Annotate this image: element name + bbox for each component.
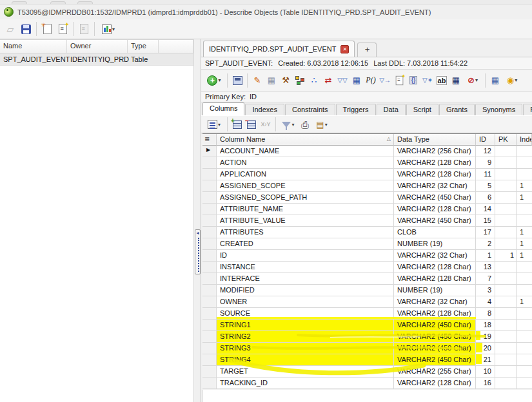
panel-splitter[interactable]: ◂ bbox=[193, 39, 201, 402]
cell-index[interactable]: 1 bbox=[517, 296, 532, 308]
drop-column-button[interactable] bbox=[244, 117, 259, 131]
cell-column-name[interactable]: TARGET bbox=[217, 366, 394, 378]
cell-index[interactable] bbox=[517, 308, 532, 320]
analyze-button[interactable] bbox=[293, 73, 307, 88]
tab-identityiq-prd-spt-audit-event[interactable]: IDENTITYIQ_PRD.SPT_AUDIT_EVENT ✕ bbox=[203, 41, 355, 57]
object-owner[interactable]: IDENTITYIQ_PRD bbox=[67, 53, 128, 65]
code-bucket-button[interactable]: {} bbox=[406, 73, 420, 88]
cell-pk[interactable] bbox=[495, 343, 517, 354]
cell-data-type[interactable]: VARCHAR2 (450 Char) bbox=[394, 331, 476, 343]
cell-column-name[interactable]: STRING2 bbox=[217, 331, 394, 343]
cell-id[interactable]: 19 bbox=[476, 331, 495, 343]
object-list-row[interactable]: SPT_AUDIT_EVENT IDENTITYIQ_PRD Table bbox=[0, 53, 193, 66]
cell-data-type[interactable]: VARCHAR2 (255 Char) bbox=[394, 366, 476, 378]
cell-data-type[interactable]: VARCHAR2 (450 Char) bbox=[394, 192, 476, 204]
rename-button[interactable]: ab bbox=[435, 73, 449, 88]
splitter-collapse-handle[interactable]: ◂ bbox=[195, 229, 201, 274]
disable-button[interactable]: ⊘▾ bbox=[463, 73, 482, 88]
cell-data-type[interactable]: VARCHAR2 (450 Char) bbox=[394, 215, 476, 227]
cell-index[interactable]: 1 bbox=[517, 180, 532, 192]
cell-pk[interactable] bbox=[495, 296, 517, 308]
subtab[interactable]: Grants bbox=[439, 104, 475, 115]
cell-data-type[interactable]: VARCHAR2 (32 Char) bbox=[394, 180, 476, 192]
cell-data-type[interactable]: VARCHAR2 (128 Char) bbox=[394, 169, 476, 180]
table-row[interactable]: ASSIGNED_SCOPE_PATH VARCHAR2 (450 Char) … bbox=[202, 192, 532, 204]
table-row[interactable]: TRACKING_ID VARCHAR2 (128 Char) 16 bbox=[202, 378, 532, 389]
cell-pk[interactable] bbox=[495, 378, 517, 389]
cell-id[interactable]: 17 bbox=[476, 227, 495, 238]
cell-id[interactable]: 21 bbox=[476, 354, 495, 366]
cell-index[interactable] bbox=[517, 331, 532, 343]
cell-data-type[interactable]: VARCHAR2 (128 Char) bbox=[394, 378, 476, 389]
table-key-button[interactable]: ▦ bbox=[488, 73, 502, 88]
object-name[interactable]: SPT_AUDIT_EVENT bbox=[0, 53, 67, 65]
table-row[interactable]: ATTRIBUTE_VALUE VARCHAR2 (450 Char) 15 bbox=[202, 215, 532, 227]
subtab[interactable]: Partitions bbox=[523, 104, 532, 115]
cell-pk[interactable] bbox=[495, 238, 517, 250]
rebuild-button[interactable]: ⚒ bbox=[279, 73, 293, 88]
cell-pk[interactable] bbox=[495, 262, 517, 273]
table-row[interactable]: ATTRIBUTES CLOB 17 1 bbox=[202, 227, 532, 238]
cell-id[interactable]: 6 bbox=[476, 192, 495, 204]
cell-data-type[interactable]: VARCHAR2 (450 Char) bbox=[394, 354, 476, 366]
cell-data-type[interactable]: VARCHAR2 (128 Char) bbox=[394, 157, 476, 169]
object-type[interactable]: Table bbox=[128, 53, 159, 65]
cell-index[interactable]: 1 bbox=[517, 250, 532, 262]
subtab[interactable]: Columns bbox=[202, 102, 244, 115]
cell-pk[interactable] bbox=[495, 273, 517, 285]
cell-id[interactable]: 7 bbox=[476, 273, 495, 285]
cell-column-name[interactable]: APPLICATION bbox=[217, 169, 394, 180]
table-row[interactable]: STRING2 VARCHAR2 (450 Char) 19 bbox=[202, 331, 532, 343]
header-data-type[interactable]: Data Type bbox=[394, 134, 476, 146]
load-script-button[interactable]: ≡✦ bbox=[55, 21, 70, 37]
cell-column-name[interactable]: MODIFIED bbox=[217, 285, 394, 296]
table-row[interactable]: ▶ ACCOUNT_NAME VARCHAR2 (256 Char) 12 bbox=[202, 146, 532, 157]
filter-button[interactable]: ▾ bbox=[279, 117, 298, 131]
cell-pk[interactable] bbox=[495, 180, 517, 192]
cell-id[interactable]: 9 bbox=[476, 157, 495, 169]
column-header-owner[interactable]: Owner bbox=[67, 40, 128, 53]
cell-column-name[interactable]: ATTRIBUTE_VALUE bbox=[217, 215, 394, 227]
cell-pk[interactable] bbox=[495, 354, 517, 366]
cell-index[interactable]: 1 bbox=[517, 192, 532, 204]
cell-column-name[interactable]: STRING4 bbox=[217, 354, 394, 366]
cell-index[interactable] bbox=[517, 169, 532, 180]
save-button[interactable] bbox=[18, 21, 34, 37]
cell-column-name[interactable]: ACTION bbox=[217, 157, 394, 169]
edit-button[interactable]: ✎ bbox=[250, 73, 264, 88]
cell-id[interactable]: 5 bbox=[476, 180, 495, 192]
cell-index[interactable] bbox=[517, 204, 532, 215]
compare-data-button[interactable]: ⇄ bbox=[321, 73, 335, 88]
table-row[interactable]: STRING3 VARCHAR2 (450 Char) 20 bbox=[202, 343, 532, 354]
header-id[interactable]: ID bbox=[476, 134, 495, 146]
filter-spark-button[interactable]: ▽✶ bbox=[420, 73, 435, 88]
print-grid-button[interactable]: ⎙ bbox=[298, 117, 312, 131]
cell-pk[interactable]: 1 bbox=[495, 250, 517, 262]
cell-pk[interactable] bbox=[495, 285, 517, 296]
cell-data-type[interactable]: VARCHAR2 (450 Char) bbox=[394, 343, 476, 354]
cell-data-type[interactable]: VARCHAR2 (450 Char) bbox=[394, 320, 476, 331]
cell-data-type[interactable]: VARCHAR2 (256 Char) bbox=[394, 146, 476, 157]
cell-data-type[interactable]: VARCHAR2 (32 Char) bbox=[394, 296, 476, 308]
power-options-button[interactable]: ◉▾ bbox=[502, 73, 522, 88]
cell-id[interactable]: 14 bbox=[476, 204, 495, 215]
cell-column-name[interactable]: SOURCE bbox=[217, 308, 394, 320]
header-pk[interactable]: PK bbox=[495, 134, 517, 146]
cell-pk[interactable] bbox=[495, 157, 517, 169]
cell-column-name[interactable]: ASSIGNED_SCOPE bbox=[217, 180, 394, 192]
column-header-type[interactable]: Type bbox=[128, 40, 159, 53]
cell-data-type[interactable]: CLOB bbox=[394, 227, 476, 238]
cell-pk[interactable] bbox=[495, 192, 517, 204]
header-index[interactable]: Inde bbox=[517, 134, 532, 146]
data-grid-button[interactable]: ▦ bbox=[449, 73, 463, 88]
cell-column-name[interactable]: INTERFACE bbox=[217, 273, 394, 285]
table-row[interactable]: ID VARCHAR2 (32 Char) 1 1 1 bbox=[202, 250, 532, 262]
table-row[interactable]: SOURCE VARCHAR2 (128 Char) 8 bbox=[202, 308, 532, 320]
cell-pk[interactable] bbox=[495, 146, 517, 157]
table-row[interactable]: CREATED NUMBER (19) 2 1 bbox=[202, 238, 532, 250]
cell-id[interactable]: 13 bbox=[476, 262, 495, 273]
cell-column-name[interactable]: OWNER bbox=[217, 296, 394, 308]
cell-pk[interactable] bbox=[495, 204, 517, 215]
cell-index[interactable] bbox=[517, 320, 532, 331]
close-tab-icon[interactable]: ✕ bbox=[340, 45, 349, 53]
